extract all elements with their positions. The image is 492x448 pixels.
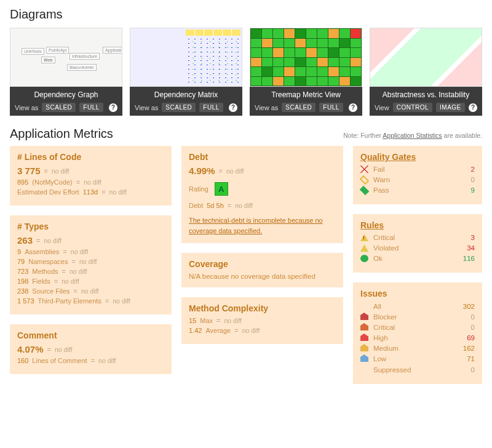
debt-warning-link[interactable]: The technical-debt is incomplete because… bbox=[189, 215, 336, 236]
quality-gate-row[interactable]: Warn0 bbox=[360, 176, 475, 183]
nodiff-label: no diff bbox=[52, 167, 69, 175]
help-icon[interactable]: ? bbox=[109, 103, 117, 112]
diagram-card-treemap: Treemap Metric View View as SCALED FULL … bbox=[250, 28, 362, 116]
metrics-note: Note: Further Application Statistics are… bbox=[343, 132, 482, 139]
issue-row[interactable]: Blocker0 bbox=[360, 313, 475, 321]
ok-icon bbox=[360, 255, 368, 262]
quality-gate-row[interactable]: Fail2 bbox=[360, 166, 475, 173]
dependency-matrix-thumb[interactable] bbox=[130, 28, 242, 87]
types-title: # Types bbox=[17, 222, 164, 231]
diagram-title: Treemap Metric View bbox=[255, 90, 357, 99]
card-method-complexity: Method Complexity 15 Max = no diff 1.42 … bbox=[181, 297, 343, 344]
card-lines-of-code: # Lines of Code 3 775 = no diff 895 (Not… bbox=[10, 146, 172, 206]
help-icon[interactable]: ? bbox=[229, 103, 237, 112]
issue-row[interactable]: Medium162 bbox=[360, 345, 475, 352]
diagrams-heading: Diagrams bbox=[10, 7, 482, 22]
fail-icon bbox=[360, 166, 368, 173]
diagram-title: Dependency Graph bbox=[15, 90, 117, 99]
view-label: View as bbox=[255, 104, 278, 111]
full-button[interactable]: FULL bbox=[319, 103, 343, 112]
control-button[interactable]: CONTROL bbox=[393, 103, 432, 112]
scaled-button[interactable]: SCALED bbox=[162, 103, 196, 112]
scaled-button[interactable]: SCALED bbox=[282, 103, 315, 112]
help-icon[interactable]: ? bbox=[469, 103, 477, 112]
pass-icon bbox=[360, 185, 370, 195]
help-icon[interactable]: ? bbox=[349, 103, 357, 112]
full-button[interactable]: FULL bbox=[199, 103, 223, 112]
view-label: View as bbox=[15, 104, 38, 111]
rules-title[interactable]: Rules bbox=[360, 220, 475, 230]
diagram-title: Dependency Matrix bbox=[135, 90, 237, 99]
issues-title: Issues bbox=[360, 289, 475, 298]
view-label: View bbox=[375, 104, 389, 111]
issue-row[interactable]: All302 bbox=[360, 302, 475, 310]
issue-row[interactable]: Low71 bbox=[360, 355, 475, 362]
card-rules: Rules Critical3Violated34Ok116 bbox=[353, 214, 482, 273]
coverage-title: Coverage bbox=[189, 259, 336, 269]
scaled-button[interactable]: SCALED bbox=[42, 103, 76, 112]
loc-title: # Lines of Code bbox=[17, 152, 164, 162]
metrics-heading: Application Metrics bbox=[10, 127, 113, 141]
metrics-grid: # Lines of Code 3 775 = no diff 895 (Not… bbox=[10, 146, 482, 384]
quality-gates-title[interactable]: Quality Gates bbox=[360, 152, 475, 162]
issue-row[interactable]: Critical0 bbox=[360, 324, 475, 331]
diagram-card-abstractness: Abstractness vs. Instability View CONTRO… bbox=[370, 28, 482, 116]
card-quality-gates: Quality Gates Fail2Warn0Pass9 bbox=[353, 146, 482, 204]
issue-row[interactable]: Suppressed0 bbox=[360, 366, 475, 374]
rule-row[interactable]: Critical3 bbox=[360, 234, 475, 241]
image-button[interactable]: IMAGE bbox=[436, 103, 465, 112]
comment-title: Comment bbox=[17, 330, 164, 340]
medium-icon bbox=[360, 346, 368, 351]
high-icon bbox=[360, 336, 368, 341]
rule-row[interactable]: Ok116 bbox=[360, 255, 475, 262]
diagram-card-dependency-graph: Web Infrastructure UnitTests PublicApi A… bbox=[10, 28, 122, 116]
diagrams-row: Web Infrastructure UnitTests PublicApi A… bbox=[10, 28, 482, 116]
card-coverage: Coverage N/A because no coverage data sp… bbox=[181, 253, 343, 287]
card-comment: Comment 4.07% = no diff 160 Lines of Com… bbox=[10, 324, 172, 374]
rule-row[interactable]: Violated34 bbox=[360, 244, 475, 252]
blocker-icon bbox=[360, 315, 368, 320]
diagram-card-dependency-matrix: Dependency Matrix View as SCALED FULL ? bbox=[130, 28, 242, 116]
application-statistics-link[interactable]: Application Statistics bbox=[383, 132, 442, 139]
comment-value: 4.07% bbox=[17, 344, 44, 354]
warn-icon bbox=[360, 175, 370, 185]
types-value: 263 bbox=[17, 235, 33, 246]
debt-value: 4.99% bbox=[189, 166, 215, 176]
debt-title: Debt bbox=[189, 152, 336, 162]
quality-gate-row[interactable]: Pass9 bbox=[360, 186, 475, 194]
issue-row[interactable]: High69 bbox=[360, 334, 475, 342]
critical-icon bbox=[360, 326, 368, 330]
coverage-text: N/A because no coverage data specified bbox=[189, 273, 336, 280]
abstractness-thumb[interactable] bbox=[370, 28, 482, 87]
diagram-footer: Dependency Graph View as SCALED FULL ? bbox=[10, 87, 122, 116]
full-button[interactable]: FULL bbox=[79, 103, 103, 112]
dependency-graph-thumb[interactable]: Web Infrastructure UnitTests PublicApi A… bbox=[10, 28, 122, 87]
diagram-title: Abstractness vs. Instability bbox=[375, 90, 477, 99]
low-icon bbox=[360, 357, 368, 362]
rating-badge: A bbox=[215, 182, 228, 196]
view-label: View as bbox=[135, 104, 158, 111]
treemap-thumb[interactable] bbox=[250, 28, 362, 87]
critical-icon bbox=[360, 234, 368, 241]
card-issues: Issues All302Blocker0Critical0High69Medi… bbox=[353, 282, 482, 384]
violated-icon bbox=[360, 245, 368, 252]
card-types: # Types 263 = no diff 9 Assemblies = no … bbox=[10, 215, 172, 314]
complexity-title: Method Complexity bbox=[189, 303, 336, 313]
loc-value: 3 775 bbox=[17, 166, 41, 176]
card-debt: Debt 4.99% = no diff Rating A Debt 5d 5h… bbox=[181, 146, 343, 243]
